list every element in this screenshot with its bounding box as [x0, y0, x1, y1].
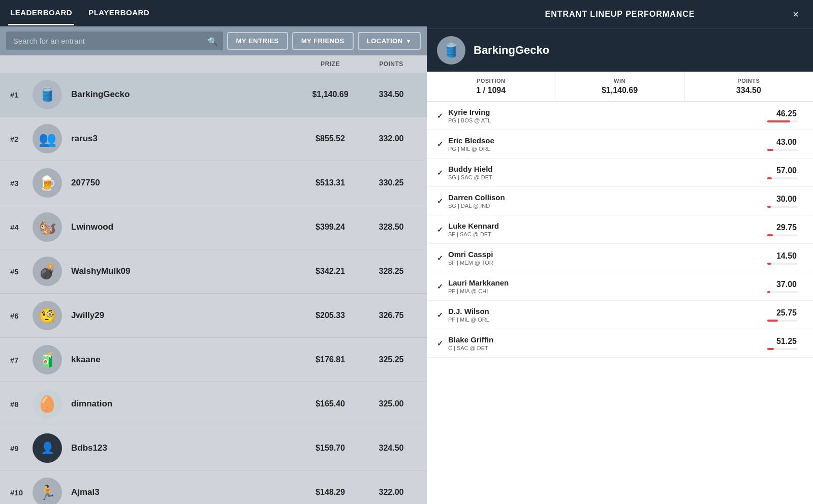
prize-value: $1,140.69: [295, 90, 366, 99]
rank-label: #7: [10, 356, 33, 364]
username-label: Jwilly29: [71, 310, 295, 321]
table-row[interactable]: #8 🥚 dimnation $165.40 325.00: [0, 382, 427, 426]
rp-title: ENTRANT LINEUP PERFORMANCE: [451, 10, 789, 19]
score-bar: [767, 234, 773, 236]
leaderboard-list: #1 🛢️ BarkingGecko $1,140.69 334.50 #2 👥…: [0, 73, 427, 504]
score-bar-container: [767, 234, 798, 236]
table-row[interactable]: #4 🐿️ Lwinwood $399.24 328.50: [0, 205, 427, 249]
player-score-wrap: 46.25: [762, 109, 803, 122]
score-bar: [767, 206, 771, 208]
table-row[interactable]: #9 👤 Bdbs123 $159.70 324.50: [0, 426, 427, 470]
list-item: ✓ Luke Kennard SF | SAC @ DET 29.75: [427, 215, 813, 244]
location-button[interactable]: LOCATION ▼: [358, 32, 421, 50]
username-label: Bdbs123: [71, 443, 295, 453]
player-info: Omri Casspi SF | MEM @ TOR: [448, 250, 762, 266]
rp-header: ENTRANT LINEUP PERFORMANCE ×: [427, 0, 813, 28]
chevron-down-icon: ▼: [406, 38, 412, 44]
avatar: 🧃: [33, 345, 62, 374]
points-value: 325.25: [366, 355, 417, 364]
player-score: 14.50: [776, 251, 797, 261]
table-row[interactable]: #1 🛢️ BarkingGecko $1,140.69 334.50: [0, 73, 427, 117]
rank-label: #1: [10, 90, 33, 99]
player-name: Eric Bledsoe: [448, 136, 762, 145]
list-item: ✓ Omri Casspi SF | MEM @ TOR 14.50: [427, 244, 813, 272]
player-info: Kyrie Irving PG | BOS @ ATL: [448, 108, 762, 123]
avatar: 🍺: [33, 168, 62, 198]
prize-value: $342.21: [295, 267, 366, 276]
table-row[interactable]: #3 🍺 207750 $513.31 330.25: [0, 161, 427, 205]
player-score: 43.00: [776, 138, 797, 147]
table-row[interactable]: #7 🧃 kkaane $176.81 325.25: [0, 338, 427, 382]
player-name: Kyrie Irving: [448, 108, 762, 116]
avatar: 👥: [33, 124, 62, 153]
stat-points: POINTS 334.50: [684, 72, 813, 101]
search-wrapper: 🔍: [6, 32, 223, 50]
check-icon: ✓: [437, 311, 443, 319]
player-info: Darren Collison SG | DAL @ IND: [448, 193, 762, 209]
check-icon: ✓: [437, 197, 443, 205]
avatar: 🥚: [33, 389, 62, 419]
entrant-name: BarkingGecko: [474, 44, 549, 57]
score-bar-container: [767, 120, 798, 122]
points-value: 324.50: [366, 444, 417, 453]
player-list: ✓ Kyrie Irving PG | BOS @ ATL 46.25 ✓ Er…: [427, 102, 813, 504]
player-name: Lauri Markkanen: [448, 278, 762, 287]
username-label: dimnation: [71, 399, 295, 409]
player-score-wrap: 29.75: [762, 223, 803, 236]
win-label: WIN: [566, 78, 673, 84]
list-item: ✓ Kyrie Irving PG | BOS @ ATL 46.25: [427, 102, 813, 130]
score-bar: [767, 263, 771, 265]
prize-value: $159.70: [295, 444, 366, 453]
check-icon: ✓: [437, 339, 443, 348]
my-friends-button[interactable]: MY FRIENDS: [292, 32, 354, 50]
tab-bar: LEADERBOARD PLAYERBOARD: [0, 0, 427, 26]
table-row[interactable]: #2 👥 rarus3 $855.52 332.00: [0, 117, 427, 161]
table-row[interactable]: #6 🧐 Jwilly29 $205.33 326.75: [0, 294, 427, 338]
username-label: kkaane: [71, 355, 295, 365]
entrant-avatar: 🛢️: [437, 36, 465, 65]
list-item: ✓ D.J. Wilson PF | MIL @ ORL 25.75: [427, 301, 813, 329]
score-bar-container: [767, 149, 798, 151]
username-label: Ajmal3: [71, 487, 295, 497]
list-item: ✓ Eric Bledsoe PG | MIL @ ORL 43.00: [427, 130, 813, 159]
left-panel: LEADERBOARD PLAYERBOARD 🔍 MY ENTRIES MY …: [0, 0, 427, 504]
table-row[interactable]: #10 🏃 Ajmal3 $148.29 322.00: [0, 470, 427, 504]
player-score: 25.75: [776, 308, 797, 318]
tab-playerboard[interactable]: PLAYERBOARD: [86, 1, 151, 25]
avatar: 🏃: [33, 478, 62, 504]
rank-label: #6: [10, 311, 33, 320]
stat-position: POSITION 1 / 1094: [427, 72, 555, 101]
close-button[interactable]: ×: [789, 7, 803, 21]
points-header: POINTS: [366, 60, 417, 68]
player-meta: SG | SAC @ DET: [448, 174, 762, 180]
score-bar-container: [767, 291, 798, 293]
list-item: ✓ Buddy Hield SG | SAC @ DET 57.00: [427, 159, 813, 187]
score-bar: [767, 320, 778, 322]
player-score: 57.00: [776, 166, 797, 175]
prize-header: PRIZE: [295, 60, 366, 68]
position-label: POSITION: [437, 78, 545, 84]
search-icon-button[interactable]: 🔍: [208, 36, 218, 46]
prize-value: $513.31: [295, 178, 366, 187]
username-label: rarus3: [71, 134, 295, 144]
table-row[interactable]: #5 💣 WalshyMulk09 $342.21 328.25: [0, 249, 427, 294]
position-value: 1 / 1094: [437, 86, 545, 95]
search-input[interactable]: [6, 32, 223, 50]
my-entries-button[interactable]: MY ENTRIES: [227, 32, 288, 50]
avatar: 🛢️: [33, 80, 62, 109]
player-info: D.J. Wilson PF | MIL @ ORL: [448, 307, 762, 323]
username-label: BarkingGecko: [71, 89, 295, 100]
player-meta: SF | MEM @ TOR: [448, 260, 762, 266]
prize-value: $176.81: [295, 355, 366, 364]
entrant-avatar-icon: 🛢️: [443, 43, 459, 58]
avatar: 💣: [33, 257, 62, 286]
rank-label: #4: [10, 223, 33, 232]
points-value: 334.50: [695, 86, 803, 95]
player-info: Blake Griffin C | SAC @ DET: [448, 335, 762, 351]
points-value: 328.25: [366, 267, 417, 276]
player-score-wrap: 30.00: [762, 195, 803, 208]
score-bar-container: [767, 348, 798, 350]
tab-leaderboard[interactable]: LEADERBOARD: [8, 1, 74, 25]
player-score-wrap: 25.75: [762, 308, 803, 322]
prize-value: $399.24: [295, 223, 366, 232]
